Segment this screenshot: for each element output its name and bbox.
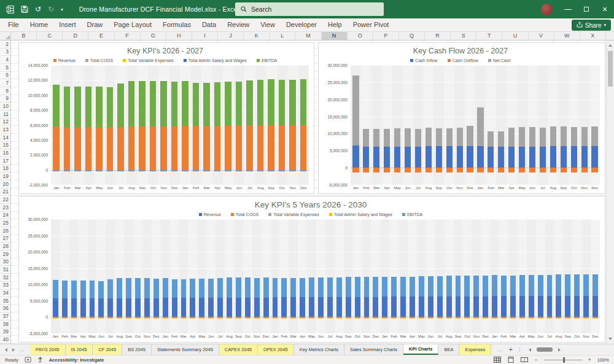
bar-dec-23[interactable]	[589, 65, 600, 185]
row-header-22[interactable]: 22	[0, 196, 10, 204]
bar-aug-19[interactable]	[548, 65, 558, 185]
bar-jul-30[interactable]	[325, 219, 335, 333]
select-all-corner[interactable]	[0, 32, 11, 40]
sheet-tab-key-metrics-charts[interactable]: Key Metrics Charts	[294, 344, 344, 355]
row-header-40[interactable]: 40	[0, 336, 10, 344]
bar-aug-19[interactable]	[225, 219, 234, 333]
row-header-18[interactable]: 18	[0, 165, 10, 173]
sheet-tab-payg-2045[interactable]: PAYG 2045	[30, 344, 66, 355]
legend-item-total-admin-salary-and-wages[interactable]: Total Admin Salary and Wages	[329, 212, 392, 217]
legend-item-cash-inflow[interactable]: Cash Inflow	[410, 58, 438, 63]
bar-may-16[interactable]	[517, 65, 527, 185]
zoom-out-icon[interactable]: −	[534, 357, 537, 363]
row-header-39[interactable]: 39	[0, 328, 10, 336]
bar-feb-25[interactable]	[280, 219, 289, 333]
bar-nov-10[interactable]	[158, 65, 169, 185]
row-header-27[interactable]: 27	[0, 235, 10, 243]
bar-oct-9[interactable]	[444, 65, 454, 185]
bar-feb-13[interactable]	[191, 65, 201, 185]
page-layout-view-icon[interactable]	[507, 357, 515, 363]
column-header-n[interactable]: N	[322, 32, 348, 40]
row-header-36[interactable]: 36	[0, 305, 10, 313]
column-header-t[interactable]: T	[476, 32, 502, 40]
row-header-14[interactable]: 14	[0, 134, 10, 142]
bar-nov-22[interactable]	[287, 65, 298, 185]
ribbon-tab-home[interactable]: Home	[25, 18, 53, 31]
sheet-tab-opex-2045[interactable]: OPEX 2045	[258, 344, 294, 355]
bar-aug-55[interactable]	[554, 219, 564, 333]
ribbon-tab-file[interactable]: File	[2, 18, 25, 31]
bar-jun-5[interactable]	[96, 219, 106, 333]
ribbon-tab-power-pivot[interactable]: Power Pivot	[348, 18, 395, 31]
ribbon-tab-formulas[interactable]: Formulas	[157, 18, 196, 31]
scroll-down-arrow-icon[interactable]	[607, 335, 614, 343]
bar-oct-33[interactable]	[353, 219, 362, 333]
bar-apr-51[interactable]	[518, 219, 527, 333]
share-button[interactable]: Share ▾	[572, 20, 611, 31]
bar-oct-21[interactable]	[243, 219, 252, 333]
row-header-21[interactable]: 21	[0, 188, 10, 196]
bar-apr-27[interactable]	[298, 219, 307, 333]
bar-aug-7[interactable]	[423, 65, 433, 185]
bar-feb-1[interactable]	[60, 219, 69, 333]
row-header-15[interactable]: 15	[0, 142, 10, 150]
row-header-11[interactable]: 11	[0, 110, 10, 118]
bar-may-16[interactable]	[197, 219, 206, 333]
chart-key-kpis-2026-2027[interactable]: Key KPI's 2026 - 2027RevenueTotal COGSTo…	[18, 42, 314, 194]
bar-aug-19[interactable]	[255, 65, 266, 185]
column-header-s[interactable]: S	[451, 32, 476, 40]
bar-mar-14[interactable]	[201, 65, 212, 185]
page-break-preview-icon[interactable]	[521, 357, 528, 363]
legend-item-total-cogs[interactable]: Total COGS	[231, 212, 258, 217]
macro-record-icon[interactable]	[25, 357, 31, 363]
sheet-tab-capex-2045[interactable]: CAPEX 2045	[219, 344, 258, 355]
new-sheet-button[interactable]: +	[508, 346, 512, 353]
bar-aug-7[interactable]	[115, 219, 124, 333]
row-header-26[interactable]: 26	[0, 227, 10, 235]
column-header-q[interactable]: Q	[399, 32, 425, 40]
row-header-23[interactable]: 23	[0, 204, 10, 212]
row-header-24[interactable]: 24	[0, 212, 10, 220]
bar-oct-57[interactable]	[572, 219, 581, 333]
row-header-35[interactable]: 35	[0, 297, 10, 305]
bar-sep-8[interactable]	[124, 219, 133, 333]
bar-dec-47[interactable]	[481, 219, 490, 333]
column-header-g[interactable]: G	[141, 32, 166, 40]
sheet-tab-statements-summary-2045[interactable]: Statements Summary 2045	[152, 344, 219, 355]
sheet-tab-expenses[interactable]: Expenses	[459, 344, 491, 355]
legend-item-cash-outflow[interactable]: Cash Outflow	[448, 58, 478, 63]
bar-jul-6[interactable]	[413, 65, 424, 185]
sheet-tab-sales-summary-charts[interactable]: Sales Summary Charts	[344, 344, 403, 355]
bar-sep-8[interactable]	[137, 65, 147, 185]
chart-key-kpis-5-years-2026-2030[interactable]: Key KPI's 5 Years 2026 - 2030RevenueTota…	[18, 196, 605, 343]
bar-apr-3[interactable]	[382, 65, 392, 185]
ribbon-tab-insert[interactable]: Insert	[53, 18, 82, 31]
customize-quick-access-icon[interactable]: ▾	[61, 7, 63, 12]
bar-jan-0[interactable]	[51, 65, 61, 185]
ribbon-tab-review[interactable]: Review	[222, 18, 255, 31]
column-header-l[interactable]: L	[270, 32, 295, 40]
sheet-tab-cf-2045[interactable]: CF 2045	[93, 344, 122, 355]
bar-oct-9[interactable]	[148, 65, 158, 185]
bar-jun-29[interactable]	[316, 219, 325, 333]
bar-aug-31[interactable]	[335, 219, 344, 333]
column-header-x[interactable]: X	[580, 32, 606, 40]
row-header-20[interactable]: 20	[0, 180, 10, 188]
bar-mar-14[interactable]	[179, 219, 188, 333]
bar-apr-39[interactable]	[408, 219, 417, 333]
bar-mar-14[interactable]	[496, 65, 507, 185]
normal-view-icon[interactable]	[494, 357, 501, 363]
row-header-29[interactable]: 29	[0, 250, 10, 258]
restore-button[interactable]	[577, 0, 596, 18]
scroll-right-arrow-icon[interactable]	[558, 348, 561, 352]
bar-jan-36[interactable]	[380, 219, 389, 333]
legend-item-revenue[interactable]: Revenue	[199, 212, 221, 217]
bar-apr-15[interactable]	[188, 219, 198, 333]
row-header-16[interactable]: 16	[0, 149, 10, 157]
bar-sep-44[interactable]	[454, 219, 463, 333]
ribbon-tab-page-layout[interactable]: Page Layout	[108, 18, 157, 31]
row-header-25[interactable]: 25	[0, 219, 10, 227]
bar-jul-18[interactable]	[216, 219, 225, 333]
save-icon[interactable]	[21, 6, 28, 13]
column-header-o[interactable]: O	[348, 32, 373, 40]
